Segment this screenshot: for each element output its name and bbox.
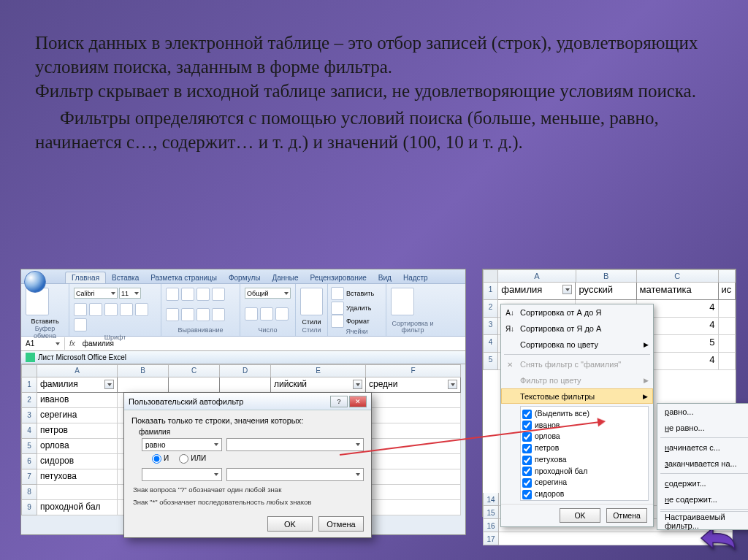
formula-value[interactable]: фамилия bbox=[80, 340, 117, 348]
dialog-close-button[interactable]: ✕ bbox=[349, 396, 367, 407]
cell[interactable]: петухова bbox=[37, 469, 118, 485]
cell[interactable] bbox=[366, 485, 461, 500]
submenu-item[interactable]: не равно... bbox=[657, 420, 748, 436]
filter-check-item[interactable]: (Пустые) bbox=[522, 500, 646, 501]
radio-and[interactable]: И bbox=[152, 454, 169, 464]
delete-cell-icon[interactable] bbox=[331, 302, 344, 315]
row-header[interactable]: 3 bbox=[483, 318, 498, 335]
font-color-icon[interactable] bbox=[74, 318, 87, 331]
dialog-ok-button[interactable]: OK bbox=[267, 516, 313, 532]
header-cell[interactable]: фамилия bbox=[37, 377, 118, 393]
menu-sort-az[interactable]: A↓ Сортировка от А до Я bbox=[501, 304, 653, 321]
font-name-combo[interactable]: Calibri bbox=[74, 288, 118, 299]
row-header[interactable]: 2 bbox=[21, 393, 37, 408]
col-header[interactable] bbox=[719, 269, 736, 283]
ribbon-tab-home[interactable]: Главная bbox=[65, 272, 106, 283]
row-header[interactable]: 7 bbox=[21, 469, 37, 485]
row-header[interactable]: 16 bbox=[483, 519, 499, 532]
row-header[interactable]: 5 bbox=[483, 353, 498, 370]
col-header[interactable]: E bbox=[271, 364, 366, 377]
val2-combo[interactable] bbox=[226, 468, 364, 481]
row-header[interactable]: 15 bbox=[483, 506, 499, 519]
row-header[interactable]: 6 bbox=[21, 454, 37, 469]
merge-icon[interactable] bbox=[212, 308, 225, 321]
border-icon[interactable] bbox=[120, 303, 133, 316]
ribbon-tab-review[interactable]: Рецензирование bbox=[305, 272, 373, 283]
row-header[interactable]: 9 bbox=[21, 500, 37, 515]
op1-combo[interactable]: равно bbox=[142, 438, 222, 451]
underline-icon[interactable] bbox=[104, 303, 118, 316]
col-header[interactable]: A bbox=[37, 364, 118, 377]
op2-combo[interactable] bbox=[142, 468, 222, 481]
cell[interactable] bbox=[366, 408, 461, 423]
select-all-corner[interactable] bbox=[483, 269, 498, 283]
name-box[interactable]: A1 bbox=[21, 337, 65, 350]
sort-filter-icon[interactable] bbox=[391, 288, 414, 315]
col-header[interactable]: B bbox=[576, 269, 637, 283]
filter-check-item[interactable]: петухова bbox=[522, 454, 646, 466]
italic-icon[interactable] bbox=[89, 303, 102, 316]
row-header[interactable]: 3 bbox=[21, 408, 37, 423]
cell[interactable]: сидоров bbox=[37, 454, 118, 469]
menu-text-filters[interactable]: Текстовые фильтры▶ bbox=[501, 388, 653, 404]
office-button[interactable] bbox=[24, 271, 46, 293]
filter-dropdown-button[interactable] bbox=[448, 380, 457, 389]
col-header[interactable]: B bbox=[118, 364, 169, 377]
wrap-icon[interactable] bbox=[212, 288, 225, 301]
ribbon-tab-formulas[interactable]: Формулы bbox=[223, 272, 267, 283]
filter-check-item[interactable]: орлова bbox=[522, 431, 646, 442]
styles-icon[interactable] bbox=[300, 288, 323, 315]
align-right-icon[interactable] bbox=[196, 308, 210, 321]
header-cell[interactable] bbox=[118, 377, 169, 393]
filter-dropdown-button[interactable] bbox=[562, 285, 572, 294]
align-mid-icon[interactable] bbox=[181, 288, 194, 301]
col-header[interactable]: C bbox=[169, 364, 220, 377]
row-header[interactable]: 1 bbox=[483, 283, 498, 300]
header-cell[interactable]: математика bbox=[637, 283, 719, 300]
ribbon-tab-data[interactable]: Данные bbox=[266, 272, 304, 283]
cell[interactable]: иванов bbox=[37, 393, 118, 408]
col-header[interactable]: F bbox=[366, 364, 461, 377]
cell[interactable] bbox=[366, 469, 461, 485]
align-top-icon[interactable] bbox=[166, 288, 179, 301]
cell[interactable] bbox=[37, 485, 118, 500]
cell[interactable]: орлова bbox=[37, 439, 118, 454]
val1-combo[interactable] bbox=[226, 438, 364, 451]
cell[interactable] bbox=[366, 393, 461, 408]
filter-cancel-button[interactable]: Отмена bbox=[606, 508, 647, 523]
bold-icon[interactable] bbox=[74, 303, 87, 316]
ribbon-tab-addins[interactable]: Надстр bbox=[397, 272, 434, 283]
header-cell[interactable] bbox=[169, 377, 220, 393]
select-all-corner[interactable] bbox=[21, 364, 37, 377]
ribbon-tab-pagelayout[interactable]: Разметка страницы bbox=[145, 272, 223, 283]
filter-check-item[interactable]: серегина bbox=[522, 477, 646, 488]
fill-color-icon[interactable] bbox=[135, 303, 148, 316]
align-bot-icon[interactable] bbox=[196, 288, 210, 301]
row-header[interactable]: 4 bbox=[483, 335, 498, 353]
dialog-cancel-button[interactable]: Отмена bbox=[318, 516, 364, 532]
font-size-combo[interactable]: 11 bbox=[119, 288, 141, 299]
col-header[interactable]: D bbox=[220, 364, 271, 377]
col-header[interactable]: A bbox=[498, 269, 576, 283]
submenu-item[interactable]: заканчивается на... bbox=[657, 456, 748, 472]
row-header[interactable]: 4 bbox=[21, 423, 37, 439]
row-header[interactable]: 2 bbox=[483, 300, 498, 318]
dialog-help-button[interactable]: ? bbox=[330, 396, 348, 407]
cell[interactable]: петров bbox=[37, 423, 118, 439]
header-cell[interactable] bbox=[220, 377, 271, 393]
comma-icon[interactable] bbox=[275, 307, 289, 321]
ribbon-tab-insert[interactable]: Вставка bbox=[106, 272, 145, 283]
cell[interactable] bbox=[366, 500, 461, 515]
filter-dropdown-button[interactable] bbox=[353, 380, 362, 389]
number-format-combo[interactable]: Общий bbox=[245, 288, 291, 299]
fx-icon[interactable]: fx bbox=[65, 340, 80, 348]
submenu-item[interactable]: равно... bbox=[657, 404, 748, 420]
filter-check-item[interactable]: сидоров bbox=[522, 488, 646, 500]
row-header[interactable]: 5 bbox=[21, 439, 37, 454]
submenu-item[interactable]: не содержит... bbox=[657, 491, 748, 507]
cell[interactable] bbox=[719, 300, 736, 318]
cell[interactable]: серегина bbox=[37, 408, 118, 423]
menu-sort-za[interactable]: Я↓ Сортировка от Я до А bbox=[501, 321, 653, 337]
dialog-titlebar[interactable]: Пользовательский автофильтр ? ✕ bbox=[124, 393, 371, 410]
filter-check-item[interactable]: петров bbox=[522, 442, 646, 454]
